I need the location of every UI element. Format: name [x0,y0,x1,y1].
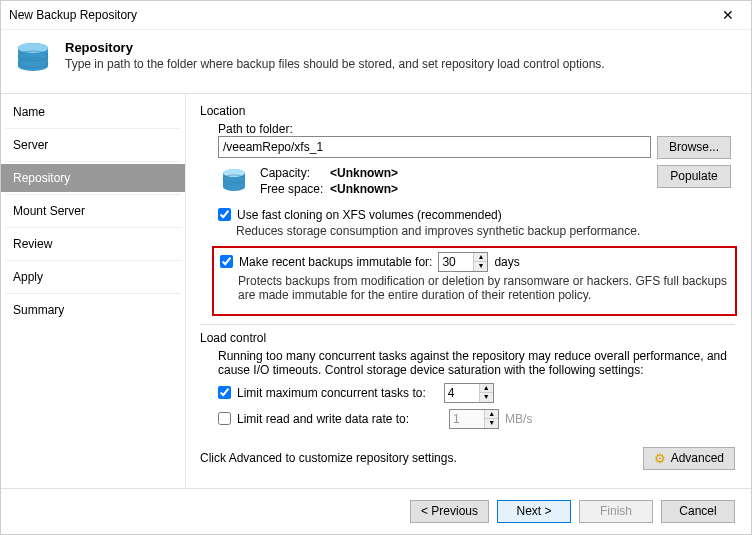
button-bar: < Previous Next > Finish Cancel [1,488,751,534]
advanced-button[interactable]: ⚙ Advanced [643,447,735,470]
fast-clone-hint: Reduces storage consumption and improves… [236,224,731,238]
advanced-button-label: Advanced [671,451,724,465]
sidebar-item-name[interactable]: Name [1,98,185,126]
load-hint: Running too many concurrent tasks agains… [218,349,731,377]
fast-clone-checkbox[interactable] [218,208,231,221]
gear-icon: ⚙ [654,451,666,466]
stepper-up-icon[interactable]: ▲ [474,253,487,262]
previous-button[interactable]: < Previous [410,500,489,523]
advanced-hint: Click Advanced to customize repository s… [200,451,457,465]
limit-rate-label: Limit read and write data rate to: [237,412,409,426]
sidebar-item-mount-server[interactable]: Mount Server [1,197,185,225]
limit-rate-stepper: ▲ ▼ [449,409,499,429]
free-space-value: <Unknown> [330,182,398,196]
page-title: Repository [65,40,605,55]
limit-rate-input [450,410,484,428]
titlebar: New Backup Repository ✕ [1,1,751,30]
immutable-days-input[interactable] [439,253,473,271]
free-space-label: Free space: [260,182,324,196]
cancel-button[interactable]: Cancel [661,500,735,523]
storage-icon [218,165,250,200]
limit-tasks-input[interactable] [445,384,479,402]
sidebar-item-apply[interactable]: Apply [1,263,185,291]
immutable-label: Make recent backups immutable for: [239,255,432,269]
sidebar-item-repository[interactable]: Repository [1,164,185,192]
immutable-days-stepper[interactable]: ▲ ▼ [438,252,488,272]
path-label: Path to folder: [218,122,731,136]
close-icon[interactable]: ✕ [713,7,743,23]
immutable-unit: days [494,255,519,269]
sidebar-item-summary[interactable]: Summary [1,296,185,324]
header: Repository Type in path to the folder wh… [1,30,751,93]
capacity-value: <Unknown> [330,166,398,180]
sidebar-item-server[interactable]: Server [1,131,185,159]
populate-button[interactable]: Populate [657,165,731,188]
stepper-down-icon[interactable]: ▼ [480,393,493,402]
limit-tasks-label: Limit maximum concurrent tasks to: [237,386,426,400]
limit-tasks-checkbox[interactable] [218,386,231,399]
stepper-down-icon: ▼ [485,419,498,428]
limit-rate-unit: MB/s [505,412,532,426]
sidebar-item-review[interactable]: Review [1,230,185,258]
stepper-up-icon[interactable]: ▲ [480,384,493,393]
fast-clone-label: Use fast cloning on XFS volumes (recomme… [237,208,502,222]
browse-button[interactable]: Browse... [657,136,731,159]
window-title: New Backup Repository [9,8,713,22]
immutable-checkbox[interactable] [220,255,233,268]
limit-tasks-stepper[interactable]: ▲ ▼ [444,383,494,403]
svg-point-1 [18,43,48,53]
stepper-down-icon[interactable]: ▼ [474,262,487,271]
sidebar: Name Server Repository Mount Server Revi… [1,94,186,488]
page-subtitle: Type in path to the folder where backup … [65,57,605,71]
capacity-label: Capacity: [260,166,324,180]
location-section-label: Location [200,104,735,118]
main-panel: Location Path to folder: Browse... [186,94,751,488]
next-button[interactable]: Next > [497,500,571,523]
svg-point-5 [223,169,245,177]
path-input[interactable] [218,136,651,158]
dialog-window: New Backup Repository ✕ Repository Type … [0,0,752,535]
finish-button: Finish [579,500,653,523]
immutable-highlight: Make recent backups immutable for: ▲ ▼ d… [212,246,737,316]
load-section-label: Load control [200,331,735,345]
stepper-up-icon: ▲ [485,410,498,419]
limit-rate-checkbox[interactable] [218,412,231,425]
immutable-hint: Protects backups from modification or de… [238,274,729,302]
repository-icon [13,38,53,81]
